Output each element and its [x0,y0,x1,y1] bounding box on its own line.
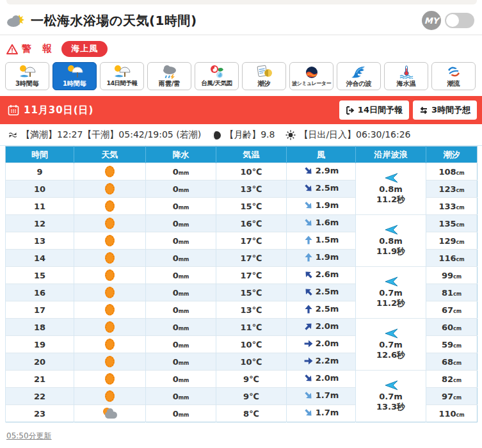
sun-umbrella-icon [65,65,84,79]
sunny-icon [105,269,115,281]
tab-label: 雨雲/雷 [159,79,181,88]
temp-cell: 15℃ [216,284,287,301]
precip-cell: 0mm [146,301,216,319]
tab-label: 波シミュレーター [292,80,331,87]
tab-raincloud-lightning[interactable]: 雨雲/雷 [147,62,191,90]
wind-cell: 2.0m [287,371,356,388]
precip-cell: 0mm [146,388,216,405]
tab-label: 台風/天気図 [202,79,232,88]
hour-cell: 13 [6,232,74,250]
wind-direction-arrow-icon [301,388,316,403]
calendar-icon [8,104,19,116]
tab-14day-forecast[interactable]: 14日間予報 [100,62,144,90]
forecast-table-body: 90mm10℃2.9m0.8m11.2秒108cm100mm13℃2.5m123… [6,163,478,422]
tide-cell: 68cm [426,353,478,371]
updated-time-link[interactable]: 05:50分更新 [6,431,52,440]
sunrise-icon [285,130,296,140]
wind-cell: 2.2m [287,353,356,371]
tab-offshore-waves[interactable]: 沖合の波 [337,62,381,90]
raincloud-lightning-icon [160,65,179,79]
temp-cell: 13℃ [216,180,287,198]
precip-cell: 0mm [146,215,216,232]
sunny-icon [105,373,115,385]
weather-cell [74,215,146,232]
col-header-coastal-waves: 沿岸波浪 [356,147,426,163]
tab-3hourly[interactable]: 3時間毎 [5,62,49,90]
tide-cell: 99cm [426,267,478,284]
precip-cell: 0mm [146,163,216,180]
wind-cell: 2.5m [287,284,356,301]
wind-cell: 2.6m [287,267,356,284]
tab-label: 沖合の波 [346,79,371,88]
tab-label: 潮流 [447,79,460,88]
wind-cell: 1.6m [287,215,356,232]
temp-cell: 13℃ [216,301,287,319]
warning-row: 警 報 海上風 [0,35,482,62]
weather-cell [74,353,146,371]
table-row: 180mm11℃2.0m0.7m12.6秒60cm [6,319,478,336]
tide-cell: 108cm [426,163,478,180]
temp-cell: 15℃ [216,198,287,215]
hour-cell: 16 [6,284,74,301]
tab-1hourly[interactable]: 1時間毎 [52,62,97,90]
precip-cell: 0mm [146,353,216,371]
my-toggle[interactable] [445,13,474,28]
tab-tide[interactable]: 潮汐 [242,62,286,90]
wind-cell: 1.7m [287,405,356,422]
tide-times: 【満潮】12:27【干潮】05:42/19:05 (若潮) [8,129,201,141]
tab-label: 海水温 [397,79,416,88]
temp-cell: 17℃ [216,267,287,284]
temp-cell: 10℃ [216,353,287,371]
weather-cell [74,301,146,319]
button-14day-forecast[interactable]: 14日間予報 [339,100,409,120]
sunny-icon [105,339,115,350]
tab-wave-simulator[interactable]: 波シミュレーター [289,62,333,90]
weather-cell [74,180,146,198]
tide-info-row: 【満潮】12:27【干潮】05:42/19:05 (若潮) 【月齢】9.8 【日… [0,124,482,146]
moon-icon [212,131,221,140]
wind-direction-arrow-icon [301,163,316,178]
sea-thermometer-icon [397,65,416,79]
precip-cell: 0mm [146,267,216,284]
col-header-time: 時間 [6,147,74,163]
tab-tidal-current[interactable]: 潮流 [431,62,476,90]
forecast-table: 時間 天気 降水 気温 風 沿岸波浪 潮汐 90mm10℃2.9m0.8m11.… [5,146,478,422]
table-header-row: 時間 天気 降水 気温 風 沿岸波浪 潮汐 [6,147,478,163]
tide-cell: 60cm [426,319,478,336]
tab-typhoon-weather-map[interactable]: 台風/天気図 [195,62,239,90]
date-bar: 11月30日(日) 14日間予報 3時間予想 [0,96,482,124]
table-row: 210mm9℃2.0m0.7m13.3秒82cm [6,371,478,388]
sunny-icon [105,304,115,316]
tide-cell: 129cm [426,232,478,250]
tab-label: 3時間毎 [15,79,39,88]
sunny-icon [105,200,115,212]
hour-cell: 20 [6,353,74,371]
precip-cell: 0mm [146,336,216,353]
button-3hour-forecast[interactable]: 3時間予想 [413,100,477,120]
col-header-precip: 降水 [146,147,216,163]
sunny-icon [105,356,115,367]
tab-sea-temperature[interactable]: 海水温 [384,62,428,90]
temp-cell: 17℃ [216,250,287,267]
wind-direction-arrow-icon [301,180,316,195]
hour-cell: 10 [6,180,74,198]
weather-cell [74,163,146,180]
warning-triangle-icon [6,44,18,54]
table-row: 90mm10℃2.9m0.8m11.2秒108cm [6,163,478,180]
precip-cell: 0mm [146,405,216,422]
wind-cell: 2.5m [287,180,356,198]
my-badge[interactable]: MY [422,11,441,30]
wind-cell: 2.0m [287,319,356,336]
wind-cell: 1.7m [287,388,356,405]
wind-cell: 1.9m [287,250,356,267]
wind-cell: 1.9m [287,198,356,215]
wave-simulator-globe-icon [302,65,321,79]
wave-cell: 0.8m11.9秒 [356,215,426,267]
wind-direction-arrow-icon [301,371,316,385]
warning-badge-sea-wind[interactable]: 海上風 [61,41,108,57]
hour-cell: 23 [6,405,74,422]
weather-cell [74,336,146,353]
tide-cell: 59cm [426,336,478,353]
wind-cell: 2.0m [287,336,356,353]
sunrise-sunset: 【日出/日入】06:30/16:26 [285,129,410,141]
